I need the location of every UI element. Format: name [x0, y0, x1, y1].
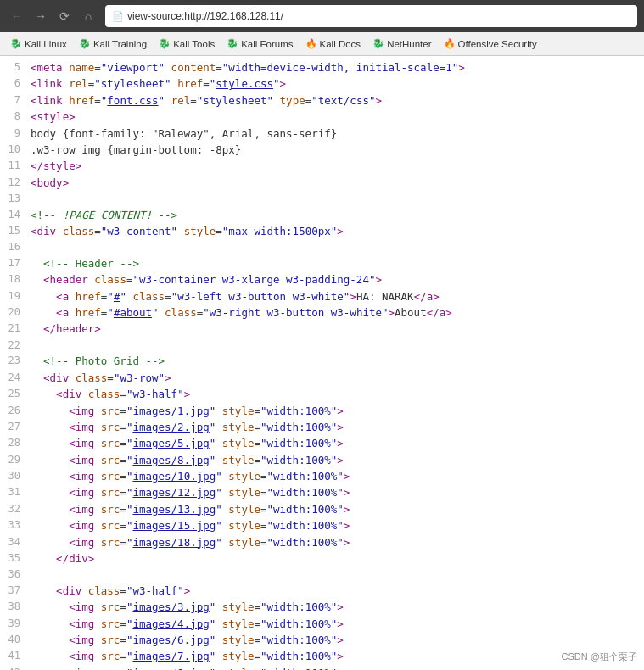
line-number: 24 — [0, 370, 31, 386]
source-line: 12<body> — [0, 175, 644, 191]
bookmark-kali-docs-label: Kali Docs — [320, 39, 361, 49]
source-line: 30 <img src="images/10.jpg" style="width… — [0, 468, 644, 484]
source-line: 41 <img src="images/7.jpg" style="width:… — [0, 648, 644, 664]
source-line: 33 <img src="images/15.jpg" style="width… — [0, 517, 644, 533]
line-content: <img src="images/12.jpg" style="width:10… — [31, 484, 644, 500]
line-number: 37 — [0, 583, 31, 599]
bookmarks-bar: 🐉 Kali Linux 🐉 Kali Training 🐉 Kali Tool… — [0, 32, 644, 56]
line-number: 27 — [0, 419, 31, 435]
line-number: 19 — [0, 288, 31, 304]
line-number: 21 — [0, 321, 31, 337]
address-bar[interactable]: 📄 view-source:http://192.168.128.11/ — [105, 5, 637, 27]
line-content: <img src="images/18.jpg" style="width:10… — [31, 534, 644, 550]
reload-button[interactable]: ⟳ — [54, 6, 75, 26]
line-number: 36 — [0, 567, 31, 583]
line-number: 7 — [0, 92, 31, 109]
source-line: 24 <div class="w3-row"> — [0, 370, 644, 386]
source-line: 17 <!-- Header --> — [0, 255, 644, 271]
nethunter-icon: 🐉 — [372, 38, 384, 49]
bookmark-kali-forums-label: Kali Forums — [241, 39, 293, 49]
line-content: </div> — [31, 550, 644, 567]
bookmark-kali-tools[interactable]: 🐉 Kali Tools — [154, 36, 220, 51]
line-content: <img src="images/15.jpg" style="width:10… — [31, 517, 644, 533]
bookmark-offensive-security[interactable]: 🔥 Offensive Security — [439, 36, 542, 51]
source-line: 42 <img src="images/9.jpg" style="width:… — [0, 665, 644, 670]
source-line: 21 </header> — [0, 321, 644, 337]
bookmark-kali-forums[interactable]: 🐉 Kali Forums — [221, 36, 298, 51]
source-line: 36 — [0, 567, 644, 583]
bookmark-kali-tools-label: Kali Tools — [173, 39, 215, 49]
source-line: 18 <header class="w3-container w3-xlarge… — [0, 271, 644, 288]
line-number: 32 — [0, 501, 31, 517]
source-line: 26 <img src="images/1.jpg" style="width:… — [0, 403, 644, 419]
line-content: <img src="images/3.jpg" style="width:100… — [31, 599, 644, 615]
line-number: 31 — [0, 484, 31, 500]
source-line: 23 <!-- Photo Grid --> — [0, 353, 644, 369]
line-number: 5 — [0, 59, 31, 75]
line-content: <style> — [31, 109, 644, 125]
line-number: 40 — [0, 632, 31, 648]
line-number: 23 — [0, 353, 31, 369]
kali-linux-icon: 🐉 — [10, 38, 22, 49]
bookmark-kali-linux-label: Kali Linux — [25, 39, 67, 49]
kali-docs-icon: 🔥 — [305, 38, 317, 49]
bookmark-kali-training-label: Kali Training — [93, 39, 147, 49]
line-number: 20 — [0, 304, 31, 321]
bookmark-kali-linux[interactable]: 🐉 Kali Linux — [5, 36, 72, 51]
home-button[interactable]: ⌂ — [78, 6, 98, 26]
back-button[interactable]: ← — [7, 6, 27, 26]
line-number: 33 — [0, 517, 31, 533]
url-text: view-source:http://192.168.128.11/ — [127, 10, 283, 22]
line-number: 18 — [0, 271, 31, 288]
line-number: 9 — [0, 126, 31, 142]
source-line: 6<link rel="stylesheet" href="style.css"… — [0, 75, 644, 92]
line-content: <a href="#about" class="w3-right w3-butt… — [31, 304, 644, 321]
line-number: 6 — [0, 75, 31, 92]
line-number: 25 — [0, 386, 31, 402]
line-content: <link rel="stylesheet" href="style.css"> — [31, 75, 644, 92]
forward-button[interactable]: → — [31, 6, 51, 26]
line-number: 30 — [0, 468, 31, 484]
line-number: 8 — [0, 109, 31, 125]
line-content: <img src="images/2.jpg" style="width:100… — [31, 419, 644, 435]
source-line: 16 — [0, 239, 644, 255]
source-view: 5<meta name="viewport" content="width=de… — [0, 56, 644, 670]
source-line: 39 <img src="images/4.jpg" style="width:… — [0, 616, 644, 632]
source-line: 22 — [0, 338, 644, 354]
line-content: <!-- Header --> — [31, 255, 644, 271]
bookmark-nethunter[interactable]: 🐉 NetHunter — [367, 36, 436, 51]
line-content: <div class="w3-half"> — [31, 386, 644, 402]
line-content: <header class="w3-container w3-xlarge w3… — [31, 271, 644, 288]
bookmark-offensive-security-label: Offensive Security — [458, 39, 537, 49]
line-number: 34 — [0, 534, 31, 550]
line-content: <img src="images/1.jpg" style="width:100… — [31, 403, 644, 419]
line-content: <link href="font.css" rel="stylesheet" t… — [31, 92, 644, 109]
source-line: 10.w3-row img {margin-bottom: -8px} — [0, 142, 644, 158]
line-content: </header> — [31, 321, 644, 337]
source-line: 25 <div class="w3-half"> — [0, 386, 644, 402]
source-line: 7<link href="font.css" rel="stylesheet" … — [0, 92, 644, 109]
browser-toolbar: ← → ⟳ ⌂ 📄 view-source:http://192.168.128… — [0, 0, 644, 32]
kali-training-icon: 🐉 — [79, 38, 91, 49]
source-line: 15<div class="w3-content" style="max-wid… — [0, 223, 644, 239]
source-line: 29 <img src="images/8.jpg" style="width:… — [0, 452, 644, 468]
kali-forums-icon: 🐉 — [227, 38, 238, 49]
line-number: 13 — [0, 191, 31, 207]
source-line: 27 <img src="images/2.jpg" style="width:… — [0, 419, 644, 435]
line-content: <!-- Photo Grid --> — [31, 353, 644, 369]
line-content: <img src="images/4.jpg" style="width:100… — [31, 616, 644, 632]
line-number: 38 — [0, 599, 31, 615]
line-content: <img src="images/10.jpg" style="width:10… — [31, 468, 644, 484]
source-line: 13 — [0, 191, 644, 207]
line-number: 26 — [0, 403, 31, 419]
source-line: 40 <img src="images/6.jpg" style="width:… — [0, 632, 644, 648]
line-number: 29 — [0, 452, 31, 468]
line-content: </style> — [31, 158, 644, 174]
bookmark-kali-docs[interactable]: 🔥 Kali Docs — [300, 36, 367, 51]
line-content: <img src="images/9.jpg" style="width:100… — [31, 665, 644, 670]
line-content: <div class="w3-content" style="max-width… — [31, 223, 644, 239]
line-content: <img src="images/8.jpg" style="width:100… — [31, 452, 644, 468]
source-line: 14<!-- !PAGE CONTENT! --> — [0, 207, 644, 223]
bookmark-kali-training[interactable]: 🐉 Kali Training — [74, 36, 152, 51]
source-line: 32 <img src="images/13.jpg" style="width… — [0, 501, 644, 517]
